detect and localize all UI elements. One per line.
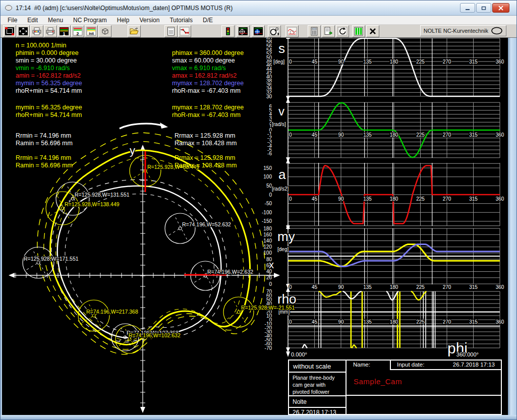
cam-mechanism-icon — [287, 27, 297, 36]
title-block: without scale Planar three-body cam gear… — [288, 359, 502, 415]
cam-name-value: Sample_Cam — [354, 377, 402, 386]
window-frame-right — [508, 16, 516, 420]
brand-text: NOLTE NC-Kurventechnik — [424, 28, 488, 34]
calculator-button[interactable] — [308, 25, 321, 37]
fit-view-button[interactable] — [17, 25, 30, 37]
window-title: 17:14 #0 (adm) [c:\users\Nolte\OptimusMo… — [16, 5, 233, 12]
view-1-icon: 1 — [59, 27, 69, 36]
print-color-icon — [32, 27, 42, 36]
menu-item-nc-program[interactable]: NC Program — [68, 16, 112, 25]
curves-crosshair-button[interactable] — [237, 25, 250, 37]
brand-ellipse-icon — [491, 27, 503, 35]
rotate-button[interactable] — [336, 25, 349, 37]
curves-target-icon — [253, 27, 263, 36]
menu-item-version[interactable]: Version — [134, 16, 164, 25]
menu-item-help[interactable]: Help — [112, 16, 135, 25]
cube-3d-button[interactable] — [98, 25, 111, 37]
print-gray-icon — [45, 27, 55, 36]
view-1-button[interactable]: 1 — [58, 25, 71, 37]
init-icon: Init — [86, 27, 96, 36]
main-drawing-area[interactable] — [2, 38, 509, 415]
open-folder-icon — [129, 27, 139, 36]
minimize-icon — [465, 6, 471, 11]
menu-bar: FileEditMenuNC ProgramHelpVersionTutoria… — [1, 16, 516, 25]
minimize-button[interactable] — [460, 3, 475, 13]
name-label: Name: — [347, 361, 390, 370]
window-frame-bottom — [1, 415, 516, 419]
close-icon — [498, 6, 504, 11]
menu-item-d-e[interactable]: D/E — [198, 16, 218, 25]
author: Nolte — [289, 396, 346, 408]
fit-view-icon — [18, 27, 28, 36]
close-button[interactable] — [492, 3, 509, 13]
export-page-icon — [323, 27, 333, 36]
menu-item-tutorials[interactable]: Tutorials — [164, 16, 198, 25]
export-page-button[interactable] — [322, 25, 335, 37]
mechanism-description: Planar three-body cam gear with pivoted … — [289, 373, 346, 396]
brand-logo: NOLTE NC-Kurventechnik — [420, 25, 506, 36]
scale-note: without scale — [289, 361, 346, 373]
view-2-button[interactable]: 2 — [71, 25, 84, 37]
zoom-window-button[interactable] — [3, 25, 16, 37]
open-folder-button[interactable] — [128, 25, 141, 37]
close-x-icon — [368, 27, 378, 36]
svg-text:1: 1 — [63, 31, 65, 36]
rotate-icon — [337, 27, 348, 36]
calculator-icon — [309, 27, 319, 36]
view-2-icon: 2 — [73, 27, 83, 36]
notepad-button[interactable] — [164, 25, 178, 37]
curves-target-button[interactable] — [252, 25, 265, 37]
init-button[interactable]: Init — [85, 25, 98, 37]
close-x-button[interactable] — [366, 25, 379, 37]
toolbar: 12Init NOLTE NC-Kurventechnik — [1, 25, 516, 38]
title-bar[interactable]: 17:14 #0 (adm) [c:\users\Nolte\OptimusMo… — [1, 1, 516, 16]
input-date-value: 26.7.2018 17:13 — [453, 361, 495, 369]
cam-follower-button[interactable] — [268, 25, 281, 37]
traffic-light-button[interactable] — [221, 25, 235, 37]
menu-item-edit[interactable]: Edit — [22, 16, 43, 25]
cam-follower-icon — [269, 27, 279, 36]
input-date-label: Input date: — [397, 361, 424, 369]
menu-item-menu[interactable]: Menu — [43, 16, 68, 25]
app-icon — [5, 5, 13, 11]
empty-field — [347, 395, 501, 414]
table-columns-button[interactable] — [352, 25, 365, 37]
curves-crosshair-icon — [238, 27, 248, 36]
cam-mechanism-button[interactable] — [285, 25, 299, 37]
print-color-button[interactable] — [30, 25, 43, 37]
window-frame-left — [1, 16, 2, 420]
restore-button[interactable] — [476, 3, 491, 13]
svg-text:2: 2 — [76, 31, 79, 36]
svg-text:Init: Init — [89, 32, 94, 35]
motion-diagram-button[interactable] — [178, 25, 191, 37]
table-columns-icon — [354, 27, 364, 36]
restore-icon — [481, 6, 487, 11]
notepad-icon — [166, 27, 176, 36]
traffic-light-icon — [223, 27, 233, 36]
motion-diagram-icon — [180, 27, 190, 36]
cube-3d-icon — [100, 27, 110, 36]
app-window: 17:14 #0 (adm) [c:\users\Nolte\OptimusMo… — [0, 0, 517, 420]
zoom-window-icon — [5, 27, 15, 36]
menu-item-file[interactable]: File — [3, 16, 22, 25]
print-gray-button[interactable] — [44, 25, 57, 37]
